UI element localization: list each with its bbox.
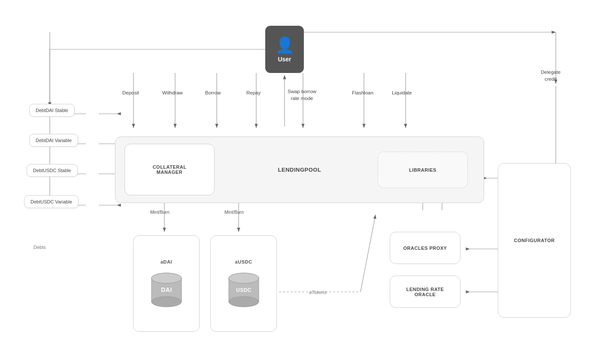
configurator-label: CONFIGURATOR [514,238,555,243]
user-icon: 👤 [275,36,294,54]
usdc-cylinder-svg: USDC [227,270,261,308]
action-swap: Swap borrowrate mode [288,88,316,102]
ausdc-top-label: aUSDC [235,259,252,264]
oracles-proxy-label: ORACLES PROXY [403,246,447,251]
svg-text:DAI: DAI [161,286,172,293]
debt-usdc-stable-box: DebtUSDC Stable [27,164,78,177]
action-deposit: Deposit [122,90,139,95]
action-borrow: Borrow [205,90,221,95]
dai-cylinder-svg: DAI [149,270,184,308]
oracles-proxy-box: ORACLES PROXY [390,232,461,264]
libraries-box: LIBRARIES [378,152,468,188]
svg-line-29 [361,215,376,292]
lending-rate-oracle-label: LENDING RATEORACLE [406,287,444,297]
action-flashloan: Flashloan [352,90,373,95]
user-label: User [278,56,291,63]
mint-burn-1-label: Mint/Burn [150,209,170,215]
mint-burn-2-label: Mint/Burn [224,209,244,215]
action-withdraw: Withdraw [162,90,183,95]
collateral-manager-label: COLLATERALMANAGER [153,164,187,175]
ausdc-token-box: aUSDC USDC [210,235,277,332]
adai-top-label: aDAI [161,259,172,264]
user-box: 👤 User [265,26,304,73]
debt-usdc-variable-box: DebtUSDC Variable [24,195,79,208]
svg-point-46 [229,297,259,307]
lending-rate-oracle-box: LENDING RATEORACLE [390,276,461,308]
action-liquidate: Liquidate [392,90,412,95]
debt-dai-variable-box: DebtDAI Variable [29,134,78,147]
svg-point-41 [152,297,182,307]
atokens-label: aTokens [309,290,327,295]
lendingpool-label: LENDINGPOOL [278,167,321,173]
svg-point-47 [229,273,259,283]
adai-token-box: aDAI DAI [133,235,200,332]
delegate-credit-label: Delegatecredit [541,69,561,82]
svg-text:USDC: USDC [236,287,251,293]
configurator-box: CONFIGURATOR [498,163,571,318]
debt-dai-stable-box: DebtDAI Stable [29,104,75,117]
collateral-manager-box: COLLATERALMANAGER [124,144,215,195]
action-repay: Repay [246,90,261,95]
libraries-label: LIBRARIES [409,167,436,173]
diagram-container: 👤 User Deposit Withdraw Borrow Repay Swa… [0,0,606,364]
svg-point-42 [152,273,182,283]
debts-label: Debts [33,245,46,250]
